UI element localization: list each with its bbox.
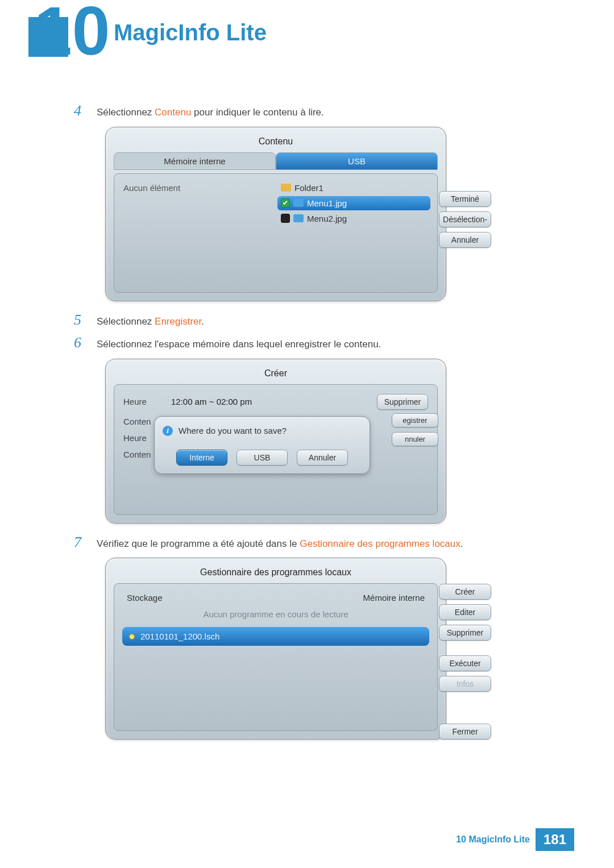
checkbox-checked-icon: ✔ <box>281 198 290 207</box>
close-button[interactable]: Fermer <box>439 724 491 740</box>
cancel-button[interactable]: Annuler <box>439 232 491 248</box>
storage-label: Stockage <box>127 593 163 603</box>
run-button[interactable]: Exécuter <box>439 655 491 671</box>
step-5: 5 Sélectionnez Enregistrer. <box>74 312 540 329</box>
page-number: 181 <box>536 828 574 851</box>
checkbox-unchecked-icon <box>281 214 290 223</box>
usb-button[interactable]: USB <box>237 450 288 466</box>
tab-usb[interactable]: USB <box>276 152 438 170</box>
footer-label: 10 MagicInfo Lite <box>456 834 536 845</box>
storage-value: Mémoire interne <box>363 593 425 603</box>
chapter-title: MagicInfo Lite <box>114 20 267 45</box>
time-label: Heure <box>123 397 163 406</box>
status-dot-icon <box>129 634 135 639</box>
cancel-button-partial[interactable]: nnuler <box>392 432 438 446</box>
schedule-manager-panel: Gestionnaire des programmes locaux Stock… <box>105 558 446 740</box>
step-4: 4 Sélectionnez Contenu pour indiquer le … <box>74 102 540 120</box>
dialog-cancel-button[interactable]: Annuler <box>297 450 348 466</box>
panel1-title: Contenu <box>114 134 438 152</box>
done-button[interactable]: Terminé <box>439 191 491 207</box>
folder-item[interactable]: Folder1 <box>277 181 430 195</box>
step-7: 7 Vérifiez que le programme a été ajouté… <box>74 534 540 551</box>
delete-button[interactable]: Supprimer <box>439 625 491 641</box>
file-menu2[interactable]: Menu2.jpg <box>277 211 430 226</box>
image-icon <box>293 214 304 222</box>
dialog-text: Where do you want to save? <box>179 426 287 435</box>
panel3-title: Gestionnaire des programmes locaux <box>114 565 438 583</box>
folder-icon <box>281 184 291 192</box>
create-button[interactable]: Créer <box>439 584 491 600</box>
panel2-title: Créer <box>114 366 438 384</box>
save-button-partial[interactable]: egistrer <box>392 413 438 427</box>
content-panel: Contenu Mémoire interne USB Aucun élémen… <box>105 127 446 301</box>
time-value: 12:00 am ~ 02:00 pm <box>171 397 369 406</box>
create-panel: Créer Heure 12:00 am ~ 02:00 pm Supprime… <box>105 359 446 524</box>
image-icon <box>293 199 304 207</box>
file-menu1[interactable]: ✔ Menu1.jpg <box>277 196 430 210</box>
tab-internal-memory[interactable]: Mémoire interne <box>114 152 276 170</box>
schedule-item[interactable]: 20110101_1200.lsch <box>122 627 429 646</box>
step-6: 6 Sélectionnez l'espace mémoire dans leq… <box>74 334 540 352</box>
empty-label: Aucun élément <box>121 180 274 196</box>
chapter-number: 10 <box>34 0 110 61</box>
edit-button[interactable]: Editer <box>439 604 491 620</box>
deselect-button[interactable]: Désélection- <box>439 211 491 227</box>
info-icon: i <box>163 426 173 436</box>
info-button[interactable]: Infos <box>439 676 491 692</box>
page-footer: 10 MagicInfo Lite 181 <box>456 828 574 851</box>
now-playing-status: Aucun programme en cours de lecture <box>121 606 430 625</box>
internal-button[interactable]: Interne <box>176 450 227 466</box>
save-location-dialog: i Where do you want to save? Interne USB… <box>154 416 370 474</box>
